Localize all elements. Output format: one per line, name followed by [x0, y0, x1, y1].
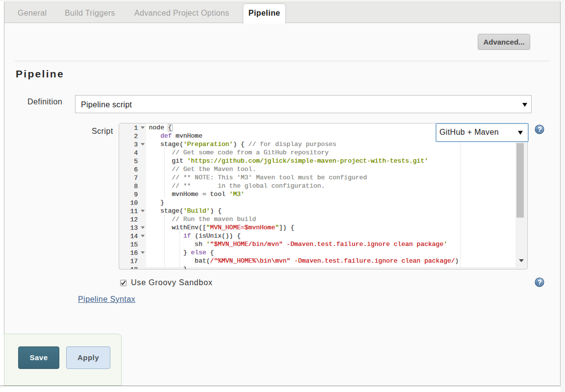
svg-text:?: ? — [538, 125, 542, 133]
svg-text:?: ? — [538, 278, 542, 286]
